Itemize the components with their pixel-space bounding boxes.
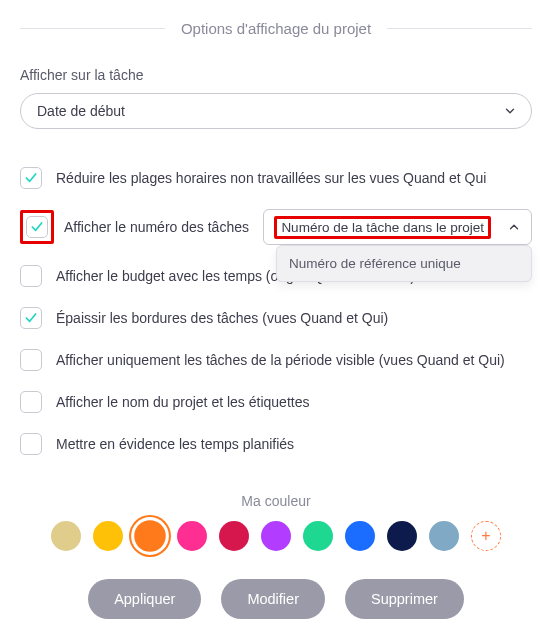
apply-button[interactable]: Appliquer [88, 579, 201, 619]
color-swatch[interactable] [387, 521, 417, 551]
option-reduce-hours[interactable]: Réduire les plages horaires non travaill… [20, 157, 532, 199]
dropdown-option[interactable]: Numéro de référence unique [289, 254, 519, 273]
add-color-button[interactable]: + [471, 521, 501, 551]
chevron-up-icon [507, 220, 521, 234]
task-number-mode-dropdown: Numéro de référence unique [276, 245, 532, 282]
option-label: Afficher le nom du projet et les étiquet… [56, 394, 309, 410]
display-on-task-label: Afficher sur la tâche [20, 67, 532, 83]
option-show-task-number[interactable]: Afficher le numéro des tâches Numéro de … [20, 199, 532, 255]
checkbox[interactable] [26, 216, 48, 238]
option-label: Épaissir les bordures des tâches (vues Q… [56, 310, 388, 326]
option-highlight-planned[interactable]: Mettre en évidence les temps planifiés [20, 423, 532, 465]
color-swatches: + [20, 521, 532, 551]
color-swatch[interactable] [51, 521, 81, 551]
display-on-task-value: Date de début [37, 103, 125, 119]
checkbox[interactable] [20, 391, 42, 413]
modify-button[interactable]: Modifier [221, 579, 325, 619]
option-label: Réduire les plages horaires non travaill… [56, 170, 486, 186]
option-label: Mettre en évidence les temps planifiés [56, 436, 294, 452]
color-section-title: Ma couleur [20, 493, 532, 509]
checkbox[interactable] [20, 265, 42, 287]
option-show-project-name[interactable]: Afficher le nom du projet et les étiquet… [20, 381, 532, 423]
chevron-down-icon [503, 104, 517, 118]
color-swatch[interactable] [303, 521, 333, 551]
task-number-mode-value: Numéro de la tâche dans le projet [281, 220, 484, 235]
option-label: Afficher le numéro des tâches [64, 219, 249, 235]
color-swatch[interactable] [93, 521, 123, 551]
color-swatch[interactable] [261, 521, 291, 551]
highlight-marker [20, 210, 54, 244]
dialog-title: Options d'affichage du projet [181, 20, 371, 37]
options-list: Réduire les plages horaires non travaill… [20, 157, 532, 465]
checkbox[interactable] [20, 167, 42, 189]
option-visible-only[interactable]: Afficher uniquement les tâches de la pér… [20, 339, 532, 381]
color-swatch[interactable] [345, 521, 375, 551]
delete-button[interactable]: Supprimer [345, 579, 464, 619]
option-label: Afficher uniquement les tâches de la pér… [56, 352, 505, 368]
task-number-mode-select[interactable]: Numéro de la tâche dans le projet [263, 209, 532, 245]
display-on-task-select[interactable]: Date de début [20, 93, 532, 129]
color-swatch[interactable] [429, 521, 459, 551]
checkbox[interactable] [20, 433, 42, 455]
color-swatch[interactable] [177, 521, 207, 551]
highlight-marker: Numéro de la tâche dans le projet [274, 216, 491, 239]
checkbox[interactable] [20, 307, 42, 329]
color-swatch[interactable] [134, 520, 166, 552]
option-thicken-borders[interactable]: Épaissir les bordures des tâches (vues Q… [20, 297, 532, 339]
dialog-title-row: Options d'affichage du projet [20, 20, 532, 37]
checkbox[interactable] [20, 349, 42, 371]
color-swatch[interactable] [219, 521, 249, 551]
